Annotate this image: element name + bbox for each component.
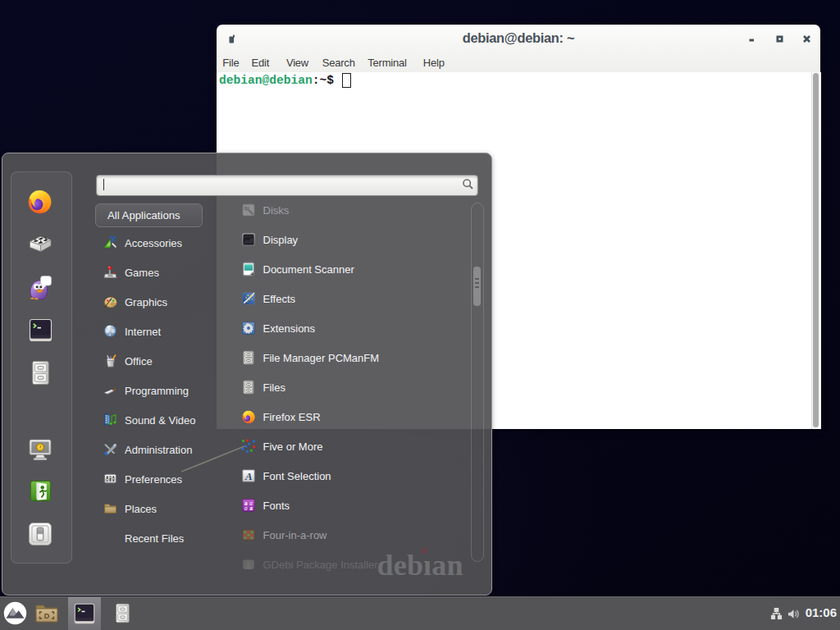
svg-text:D: D	[44, 612, 50, 620]
svg-text:a: a	[244, 504, 248, 512]
svg-text:a: a	[249, 504, 253, 512]
svg-text:A: A	[244, 469, 253, 482]
